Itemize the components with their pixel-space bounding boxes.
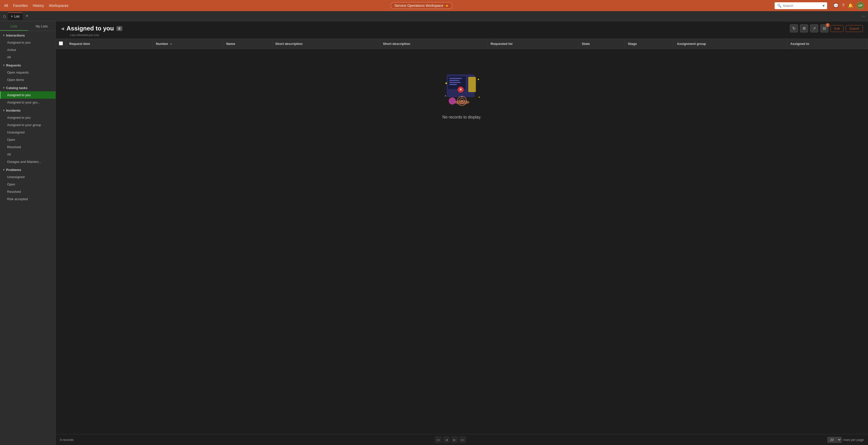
main-layout: Lists My Lists ▾ Interactions Assigned t…: [0, 21, 868, 445]
avatar[interactable]: CP: [857, 2, 864, 9]
sidebar-item-open-requests[interactable]: Open requests: [0, 69, 56, 76]
empty-illustration: ✕: [439, 69, 485, 110]
workspace-pill[interactable]: Service Operations Workspace ★: [391, 2, 452, 9]
search-input[interactable]: [783, 4, 821, 8]
incidents-label: Incidents: [6, 108, 21, 113]
back-arrow-icon[interactable]: ◀: [61, 26, 64, 31]
interactions-label: Interactions: [6, 33, 25, 37]
sidebar-item-open-items[interactable]: Open items: [0, 76, 56, 84]
settings-button[interactable]: ⚙: [800, 24, 808, 32]
col-number[interactable]: Number ▾: [153, 39, 223, 49]
nav-icon-group: 💬 ? 🔔 CP: [833, 2, 864, 9]
page-first-button[interactable]: ⏮: [435, 436, 442, 443]
gear-icon: ⚙: [803, 26, 806, 31]
sidebar-tabs: Lists My Lists: [0, 22, 56, 31]
filter-count-badge: 2: [826, 23, 830, 27]
sidebar-section-incidents[interactable]: ▾ Incidents: [0, 106, 56, 114]
sidebar-item-incidents-open[interactable]: Open: [0, 136, 56, 144]
filter-button[interactable]: ⊟ 2: [820, 24, 828, 32]
help-icon[interactable]: ?: [842, 3, 844, 8]
page-next-button[interactable]: ▶: [451, 436, 458, 443]
nav-all[interactable]: All: [4, 4, 8, 8]
select-all-checkbox[interactable]: [59, 41, 63, 45]
chat-icon[interactable]: 💬: [833, 3, 839, 8]
col-short-desc-2[interactable]: Short description: [380, 39, 487, 49]
empty-state: ✕: [56, 49, 868, 140]
sidebar-item-incidents-all[interactable]: All: [0, 151, 56, 158]
list-tab[interactable]: ≡ List: [8, 12, 23, 20]
header-actions: ↻ ⚙ ↗ ⊟ 2 Edit Export: [790, 24, 863, 32]
page-last-button[interactable]: ⏭: [459, 436, 466, 443]
list-icon: ≡: [11, 14, 13, 18]
home-icon[interactable]: ⌂: [3, 13, 6, 19]
add-tab-button[interactable]: +: [26, 13, 28, 19]
nav-workspaces[interactable]: Workspaces: [49, 4, 68, 8]
select-all-column: [56, 39, 66, 49]
sidebar-item-interactions-assigned-you[interactable]: Assigned to you: [0, 39, 56, 46]
more-options-icon[interactable]: ···: [862, 14, 865, 19]
sidebar-tab-lists[interactable]: Lists: [0, 22, 28, 31]
nav-history[interactable]: History: [33, 4, 44, 8]
share-button[interactable]: ↗: [810, 24, 818, 32]
page-prev-button[interactable]: ◀: [443, 436, 450, 443]
sidebar-item-incidents-unassigned[interactable]: Unassigned: [0, 129, 56, 136]
col-short-desc-1[interactable]: Short description: [272, 39, 380, 49]
requests-label: Requests: [6, 63, 21, 67]
search-dropdown-icon[interactable]: ▾: [823, 3, 825, 8]
sidebar-item-incidents-resolved[interactable]: Resolved: [0, 144, 56, 151]
nav-favorites[interactable]: Favorites: [13, 4, 28, 8]
sidebar-item-catalog-assigned-group[interactable]: Assigned to your gro...: [0, 99, 56, 106]
col-assigned-to[interactable]: Assigned to: [787, 39, 868, 49]
svg-rect-2: [449, 78, 462, 79]
sort-icon: ▾: [170, 43, 172, 45]
sidebar-item-problems-unassigned[interactable]: Unassigned: [0, 173, 56, 181]
svg-point-12: [461, 100, 463, 102]
col-state[interactable]: State: [579, 39, 625, 49]
sidebar-item-problems-risk-accepted[interactable]: Risk accepted: [0, 195, 56, 203]
rows-per-page-select[interactable]: 20 50 100: [827, 437, 842, 443]
bell-icon[interactable]: 🔔: [848, 3, 853, 8]
sidebar-item-interactions-active[interactable]: Active: [0, 46, 56, 54]
collapse-icon: ▾: [3, 168, 5, 171]
empty-state-text: No records to display.: [442, 115, 482, 120]
refresh-icon: ↻: [793, 26, 796, 31]
data-table: Request item Number ▾ Name Short descrip…: [56, 39, 868, 140]
rows-per-page-label: rows per page: [843, 438, 864, 442]
sidebar-item-catalog-assigned-you[interactable]: Assigned to you: [0, 91, 56, 99]
table-container[interactable]: Request item Number ▾ Name Short descrip…: [56, 39, 868, 434]
col-assignment-group[interactable]: Assignment group: [674, 39, 787, 49]
svg-rect-5: [449, 84, 457, 85]
sidebar-item-interactions-all[interactable]: All: [0, 54, 56, 61]
search-bar[interactable]: 🔍 ▾: [775, 2, 827, 9]
sidebar-section-interactions[interactable]: ▾ Interactions: [0, 31, 56, 39]
sidebar-item-incidents-assigned-you[interactable]: Assigned to you: [0, 114, 56, 121]
refresh-button[interactable]: ↻: [790, 24, 798, 32]
title-area: ◀ Assigned to you 0: [61, 25, 122, 32]
workspace-label: Service Operations Workspace: [394, 4, 443, 8]
sidebar-item-problems-resolved[interactable]: Resolved: [0, 188, 56, 195]
sidebar-item-problems-open[interactable]: Open: [0, 181, 56, 188]
col-stage[interactable]: Stage: [625, 39, 674, 49]
export-button[interactable]: Export: [846, 25, 863, 32]
last-refreshed-label: Last refreshed just now: [61, 32, 863, 38]
sidebar-item-incidents-outages[interactable]: Outages and Mainten...: [0, 158, 56, 165]
sidebar-item-incidents-assigned-group[interactable]: Assigned to your group: [0, 121, 56, 129]
svg-point-18: [445, 95, 446, 96]
nav-links: All Favorites History Workspaces: [4, 4, 68, 8]
svg-point-15: [445, 83, 447, 84]
sidebar-section-requests[interactable]: ▾ Requests: [0, 61, 56, 69]
svg-rect-6: [468, 77, 476, 92]
sidebar-tab-my-lists[interactable]: My Lists: [28, 22, 56, 31]
col-requested-for[interactable]: Requested for: [487, 39, 579, 49]
col-name[interactable]: Name: [223, 39, 272, 49]
svg-point-14: [449, 97, 456, 104]
table-header-row: Request item Number ▾ Name Short descrip…: [56, 39, 868, 49]
svg-point-16: [478, 79, 479, 80]
sidebar-section-problems[interactable]: ▾ Problems: [0, 165, 56, 173]
col-request-item[interactable]: Request item: [66, 39, 153, 49]
sidebar-section-catalog-tasks[interactable]: ▾ Catalog tasks: [0, 84, 56, 91]
svg-rect-4: [449, 82, 461, 83]
content-header: ◀ Assigned to you 0 ↻ ⚙ ↗ ⊟: [56, 21, 868, 39]
content-area: ◀ Assigned to you 0 ↻ ⚙ ↗ ⊟: [56, 21, 868, 445]
edit-button[interactable]: Edit: [831, 25, 844, 32]
